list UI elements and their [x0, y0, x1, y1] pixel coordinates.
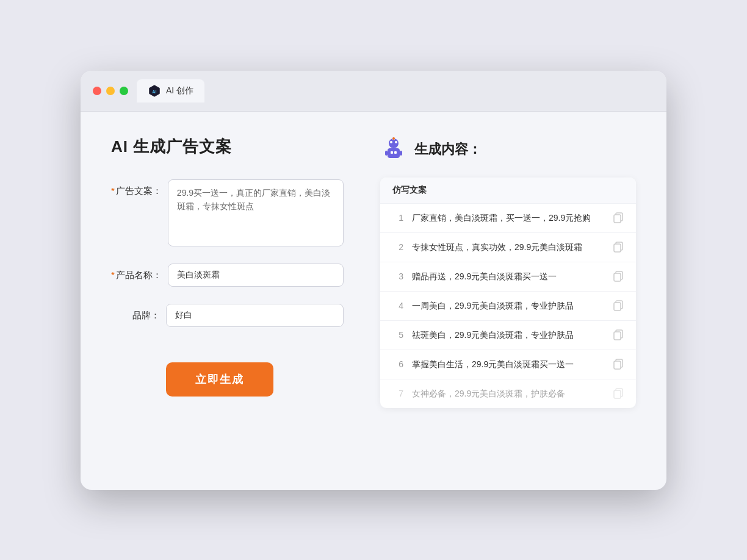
required-star-1: * [111, 185, 115, 196]
brand-label: 品牌： [111, 304, 160, 321]
right-panel: 生成内容： 仿写文案 1 厂家直销，美白淡斑霜，买一送一，29.9元抢购 2 专… [380, 136, 636, 465]
ai-tab[interactable]: AI AI 创作 [137, 79, 204, 102]
svg-rect-18 [614, 273, 621, 281]
close-button[interactable] [93, 87, 101, 95]
result-row: 2 专抹女性斑点，真实功效，29.9元美白淡斑霜 [380, 233, 636, 262]
svg-rect-14 [614, 215, 621, 223]
product-name-label: *产品名称： [111, 264, 162, 281]
svg-point-3 [390, 141, 392, 143]
result-text: 一周美白，29.9元美白淡斑霜，专业护肤品 [412, 300, 604, 312]
svg-rect-24 [614, 361, 621, 369]
svg-rect-26 [614, 390, 621, 398]
result-text: 厂家直销，美白淡斑霜，买一送一，29.9元抢购 [412, 212, 604, 224]
title-bar: AI AI 创作 [81, 71, 666, 112]
result-row: 6 掌握美白生活，29.9元美白淡斑霜买一送一 [380, 350, 636, 379]
result-text: 专抹女性斑点，真实功效，29.9元美白淡斑霜 [412, 241, 604, 254]
result-number: 4 [392, 301, 403, 311]
svg-rect-7 [388, 148, 400, 158]
result-table: 仿写文案 1 厂家直销，美白淡斑霜，买一送一，29.9元抢购 2 专抹女性斑点，… [380, 178, 636, 408]
generate-button[interactable]: 立即生成 [166, 362, 273, 397]
copy-icon[interactable] [613, 329, 624, 340]
main-content: AI 生成广告文案 *广告文案： 29.9买一送一，真正的厂家直销，美白淡斑霜，… [81, 112, 666, 490]
result-row: 3 赠品再送，29.9元美白淡斑霜买一送一 [380, 262, 636, 292]
svg-point-4 [395, 141, 397, 143]
left-panel: AI 生成广告文案 *广告文案： 29.9买一送一，真正的厂家直销，美白淡斑霜，… [111, 136, 344, 465]
copy-icon[interactable] [613, 359, 624, 370]
result-row: 4 一周美白，29.9元美白淡斑霜，专业护肤品 [380, 292, 636, 321]
result-number: 5 [392, 330, 403, 340]
result-text: 赠品再送，29.9元美白淡斑霜买一送一 [412, 270, 604, 283]
svg-rect-9 [400, 151, 402, 156]
svg-rect-16 [614, 244, 621, 252]
copy-icon[interactable] [613, 388, 624, 399]
result-row: 5 祛斑美白，29.9元美白淡斑霜，专业护肤品 [380, 321, 636, 350]
result-row: 1 厂家直销，美白淡斑霜，买一送一，29.9元抢购 [380, 204, 636, 233]
brand-group: 品牌： [111, 304, 344, 327]
robot-icon [380, 136, 407, 163]
copy-icon[interactable] [613, 300, 624, 311]
ad-copy-label: *广告文案： [111, 179, 162, 197]
ad-copy-group: *广告文案： 29.9买一送一，真正的厂家直销，美白淡斑霜，专抹女性斑点 [111, 179, 344, 246]
result-number: 3 [392, 271, 403, 281]
svg-rect-10 [391, 151, 393, 154]
copy-icon[interactable] [613, 271, 624, 282]
ad-copy-textarea[interactable]: 29.9买一送一，真正的厂家直销，美白淡斑霜，专抹女性斑点 [168, 179, 344, 246]
svg-rect-22 [614, 332, 621, 340]
copy-icon[interactable] [613, 212, 624, 223]
result-rows-container: 1 厂家直销，美白淡斑霜，买一送一，29.9元抢购 2 专抹女性斑点，真实功效，… [380, 204, 636, 408]
product-name-group: *产品名称： [111, 264, 344, 287]
copy-icon[interactable] [613, 242, 624, 253]
maximize-button[interactable] [120, 87, 128, 95]
result-number: 6 [392, 359, 403, 369]
result-text: 祛斑美白，29.9元美白淡斑霜，专业护肤品 [412, 329, 604, 342]
svg-rect-8 [385, 151, 388, 156]
result-number: 1 [392, 213, 403, 223]
product-name-input[interactable] [168, 264, 344, 287]
page-title: AI 生成广告文案 [111, 136, 344, 157]
svg-text:AI: AI [152, 88, 156, 94]
required-star-2: * [111, 270, 115, 280]
svg-rect-11 [394, 151, 397, 154]
svg-rect-20 [614, 303, 621, 311]
tab-label: AI 创作 [166, 85, 193, 96]
result-table-header: 仿写文案 [380, 178, 636, 204]
minimize-button[interactable] [106, 87, 115, 95]
right-title: 生成内容： [414, 140, 482, 159]
right-header: 生成内容： [380, 136, 636, 163]
svg-point-12 [392, 137, 395, 140]
result-text: 女神必备，29.9元美白淡斑霜，护肤必备 [412, 387, 604, 400]
traffic-lights [93, 87, 128, 95]
result-row: 7 女神必备，29.9元美白淡斑霜，护肤必备 [380, 379, 636, 408]
result-number: 2 [392, 242, 403, 252]
browser-window: AI AI 创作 AI 生成广告文案 *广告文案： 29.9买一送一，真正的厂家… [81, 71, 666, 490]
result-number: 7 [392, 389, 403, 398]
brand-input[interactable] [166, 304, 344, 327]
result-text: 掌握美白生活，29.9元美白淡斑霜买一送一 [412, 358, 604, 371]
ai-tab-icon: AI [148, 84, 161, 98]
